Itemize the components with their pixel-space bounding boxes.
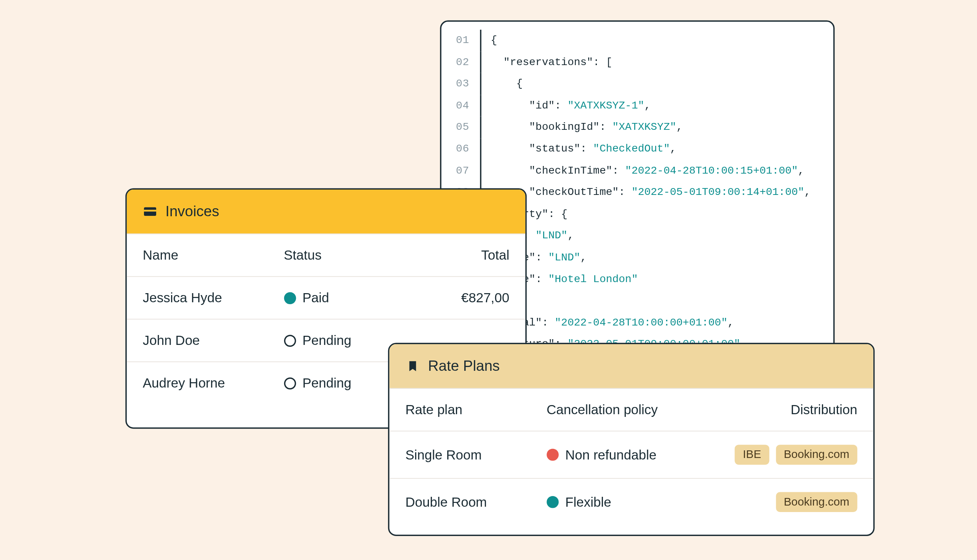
rate-plans-card: Rate Plans Rate plan Cancellation policy… [388,343,875,536]
distribution-chips: Booking.com [716,492,857,512]
col-dist: Distribution [716,402,857,417]
code-content: "checkOutTime": "2022-05-01T09:00:14+01:… [491,182,810,203]
rate-plans-table: Rate plan Cancellation policy Distributi… [389,388,873,525]
status-dot-icon [546,496,559,508]
status-text: Paid [302,290,329,305]
col-total: Total [425,247,509,263]
policy-text: Non refundable [565,447,656,462]
code-content: { [491,30,497,52]
invoice-name: John Doe [142,333,283,348]
line-number: 07 [441,160,473,182]
distribution-chip[interactable]: IBE [735,445,769,465]
rate-plans-title: Rate Plans [428,357,499,375]
bookmark-icon [405,358,420,373]
cancellation-policy: Non refundable [546,447,716,462]
rate-plans-thead: Rate plan Cancellation policy Distributi… [389,388,873,430]
gutter [480,52,481,73]
code-content: "status": "CheckedOut", [491,138,676,160]
code-content: "id": "XATXKSYZ-1", [491,95,651,117]
code-content: "reservations": [ [491,52,612,73]
status-dot-icon [546,448,559,461]
gutter [480,95,481,117]
col-plan: Rate plan [405,402,546,417]
line-number: 05 [441,117,473,138]
code-content: arrival": "2022-04-28T10:00:00+01:00", [491,312,734,333]
gutter [480,117,481,138]
gutter [480,160,481,182]
invoices-title: Invoices [165,203,219,220]
gutter [480,30,481,52]
invoice-total: €827,00 [425,290,509,305]
status-dot-icon [283,377,296,389]
gutter [480,138,481,160]
status-dot-icon [283,334,296,347]
invoices-header: Invoices [127,190,525,234]
distribution-chip[interactable]: Booking.com [775,492,857,512]
status-text: Pending [302,333,351,348]
cancellation-policy: Flexible [546,494,716,509]
distribution-chip[interactable]: Booking.com [775,445,857,465]
col-policy: Cancellation policy [546,402,716,417]
invoice-name: Jessica Hyde [142,290,283,305]
rate-plan-row[interactable]: Single RoomNon refundableIBEBooking.com [389,430,873,478]
distribution-chips: IBEBooking.com [716,445,857,465]
invoice-row[interactable]: Jessica HydePaid€827,00 [127,276,525,318]
line-number: 03 [441,73,473,95]
svg-rect-1 [144,209,156,211]
line-number: 01 [441,30,473,52]
code-line: 06 "status": "CheckedOut", [441,138,833,160]
gutter [480,73,481,95]
code-line: 05 "bookingId": "XATXKSYZ", [441,117,833,138]
policy-text: Flexible [565,494,611,509]
invoice-status: Paid [283,290,424,305]
rate-plans-header: Rate Plans [389,344,873,388]
credit-card-icon [142,204,157,219]
code-content: "bookingId": "XATXKSYZ", [491,117,683,138]
invoices-thead: Name Status Total [127,233,525,276]
code-line: 01{ [441,30,833,52]
col-status: Status [283,247,424,263]
status-dot-icon [283,292,296,304]
rate-plan-name: Double Room [405,494,546,509]
rate-plan-name: Single Room [405,447,546,462]
code-line: 07 "checkInTime": "2022-04-28T10:00:15+0… [441,160,833,182]
col-name: Name [142,247,283,263]
line-number: 02 [441,52,473,73]
code-line: 04 "id": "XATXKSYZ-1", [441,95,833,117]
code-content: "checkInTime": "2022-04-28T10:00:15+01:0… [491,160,804,182]
invoice-name: Audrey Horne [142,375,283,391]
code-line: 02 "reservations": [ [441,52,833,73]
rate-plan-row[interactable]: Double RoomFlexibleBooking.com [389,478,873,525]
code-content: { [491,73,523,95]
line-number: 04 [441,95,473,117]
code-line: 03 { [441,73,833,95]
status-text: Pending [302,375,351,391]
line-number: 06 [441,138,473,160]
